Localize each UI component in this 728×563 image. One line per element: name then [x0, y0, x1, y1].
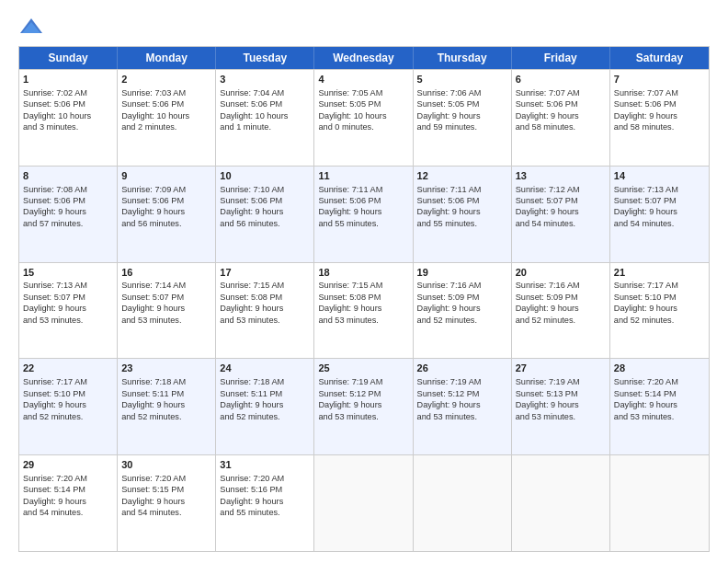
day-info-line: Daylight: 9 hours — [516, 110, 606, 121]
day-info-line: Sunset: 5:09 PM — [516, 292, 606, 303]
calendar-row: 8Sunrise: 7:08 AMSunset: 5:06 PMDaylight… — [19, 166, 709, 262]
day-info-line: Sunset: 5:14 PM — [614, 388, 705, 399]
calendar-day-header: Thursday — [414, 47, 512, 69]
logo-icon — [18, 17, 44, 37]
day-info-line: and 52 minutes. — [417, 315, 507, 326]
day-info-line: Daylight: 9 hours — [614, 399, 705, 410]
day-number: 23 — [121, 362, 211, 375]
calendar-cell: 5Sunrise: 7:06 AMSunset: 5:05 PMDaylight… — [414, 70, 512, 166]
day-info-line: Sunset: 5:06 PM — [220, 98, 310, 109]
day-info-line: Daylight: 9 hours — [417, 206, 507, 217]
day-info-line: Daylight: 9 hours — [417, 399, 507, 410]
day-number: 6 — [516, 73, 606, 86]
calendar-page: SundayMondayTuesdayWednesdayThursdayFrid… — [0, 0, 728, 563]
day-number: 3 — [220, 73, 310, 86]
day-info-line: Sunset: 5:07 PM — [516, 195, 606, 206]
day-info-line: Sunset: 5:15 PM — [121, 484, 211, 495]
day-info-line: Sunrise: 7:20 AM — [23, 473, 113, 484]
day-info-line: Daylight: 9 hours — [318, 206, 408, 217]
calendar-cell: 15Sunrise: 7:13 AMSunset: 5:07 PMDayligh… — [19, 263, 118, 359]
calendar-cell: 16Sunrise: 7:14 AMSunset: 5:07 PMDayligh… — [118, 263, 216, 359]
calendar-cell: 30Sunrise: 7:20 AMSunset: 5:15 PMDayligh… — [118, 455, 216, 551]
day-info-line: and 59 minutes. — [417, 121, 507, 132]
day-info-line: and 0 minutes. — [318, 121, 408, 132]
day-info-line: Sunrise: 7:11 AM — [318, 184, 408, 195]
day-info-line: and 52 minutes. — [121, 411, 211, 422]
calendar-cell — [314, 455, 413, 551]
calendar-row: 29Sunrise: 7:20 AMSunset: 5:14 PMDayligh… — [19, 454, 709, 551]
day-info-line: Sunrise: 7:20 AM — [220, 473, 310, 484]
day-info-line: Sunrise: 7:19 AM — [318, 376, 408, 387]
day-number: 13 — [516, 169, 606, 183]
day-info-line: Sunrise: 7:02 AM — [23, 87, 113, 98]
day-info-line: Sunrise: 7:07 AM — [614, 87, 705, 98]
day-info-line: Sunrise: 7:15 AM — [220, 280, 310, 291]
day-number: 17 — [220, 266, 310, 280]
day-info-line: Sunset: 5:06 PM — [23, 195, 113, 206]
day-info-line: Sunset: 5:11 PM — [220, 388, 310, 399]
day-info-line: and 54 minutes. — [614, 218, 705, 229]
calendar-cell: 27Sunrise: 7:19 AMSunset: 5:13 PMDayligh… — [512, 359, 610, 454]
day-info-line: Sunrise: 7:18 AM — [220, 376, 310, 387]
day-info-line: Daylight: 9 hours — [318, 303, 408, 314]
day-info-line: and 52 minutes. — [23, 411, 113, 422]
day-info-line: Sunrise: 7:03 AM — [121, 87, 211, 98]
day-info-line: Sunrise: 7:16 AM — [417, 280, 507, 291]
day-info-line: Sunset: 5:08 PM — [318, 292, 408, 303]
calendar-cell: 19Sunrise: 7:16 AMSunset: 5:09 PMDayligh… — [414, 263, 512, 359]
day-info-line: and 55 minutes. — [220, 507, 310, 518]
day-info-line: Daylight: 9 hours — [23, 206, 113, 217]
calendar-cell: 1Sunrise: 7:02 AMSunset: 5:06 PMDaylight… — [19, 70, 118, 166]
day-number: 26 — [417, 362, 507, 375]
day-info-line: Daylight: 9 hours — [516, 206, 606, 217]
calendar-cell: 31Sunrise: 7:20 AMSunset: 5:16 PMDayligh… — [216, 455, 314, 551]
day-info-line: Sunrise: 7:09 AM — [121, 184, 211, 195]
day-info-line: and 2 minutes. — [121, 121, 211, 132]
day-info-line: Daylight: 9 hours — [614, 303, 705, 314]
day-info-line: Sunset: 5:10 PM — [614, 292, 705, 303]
day-info-line: Sunrise: 7:04 AM — [220, 87, 310, 98]
calendar-cell: 3Sunrise: 7:04 AMSunset: 5:06 PMDaylight… — [216, 70, 314, 166]
day-info-line: Sunrise: 7:20 AM — [121, 473, 211, 484]
calendar-grid: SundayMondayTuesdayWednesdayThursdayFrid… — [18, 46, 710, 552]
day-info-line: and 52 minutes. — [220, 411, 310, 422]
day-number: 5 — [417, 73, 507, 86]
day-info-line: Sunrise: 7:16 AM — [516, 280, 606, 291]
day-info-line: Sunset: 5:10 PM — [23, 388, 113, 399]
day-info-line: Sunrise: 7:10 AM — [220, 184, 310, 195]
day-number: 8 — [23, 169, 113, 183]
day-info-line: Sunrise: 7:17 AM — [23, 376, 113, 387]
day-info-line: Sunrise: 7:18 AM — [121, 376, 211, 387]
day-info-line: and 57 minutes. — [23, 218, 113, 229]
day-info-line: Daylight: 9 hours — [220, 399, 310, 410]
day-info-line: Daylight: 9 hours — [23, 399, 113, 410]
day-info-line: and 53 minutes. — [318, 315, 408, 326]
calendar-day-header: Friday — [512, 47, 610, 69]
calendar-cell: 29Sunrise: 7:20 AMSunset: 5:14 PMDayligh… — [19, 455, 118, 551]
day-info-line: Sunset: 5:05 PM — [417, 98, 507, 109]
calendar-cell — [610, 455, 709, 551]
calendar-cell: 20Sunrise: 7:16 AMSunset: 5:09 PMDayligh… — [512, 263, 610, 359]
day-info-line: Sunset: 5:11 PM — [121, 388, 211, 399]
day-number: 29 — [23, 458, 113, 472]
day-info-line: Sunrise: 7:11 AM — [417, 184, 507, 195]
day-info-line: and 58 minutes. — [614, 121, 705, 132]
day-number: 11 — [318, 169, 408, 183]
logo — [18, 17, 48, 37]
day-info-line: Sunset: 5:06 PM — [220, 195, 310, 206]
calendar-cell: 9Sunrise: 7:09 AMSunset: 5:06 PMDaylight… — [118, 167, 216, 262]
day-info-line: Sunset: 5:07 PM — [121, 292, 211, 303]
day-info-line: Daylight: 10 hours — [220, 110, 310, 121]
day-number: 4 — [318, 73, 408, 86]
day-info-line: and 53 minutes. — [318, 411, 408, 422]
day-number: 9 — [121, 169, 211, 183]
calendar-cell: 11Sunrise: 7:11 AMSunset: 5:06 PMDayligh… — [314, 167, 413, 262]
day-info-line: Sunrise: 7:13 AM — [614, 184, 705, 195]
day-info-line: and 53 minutes. — [220, 315, 310, 326]
day-info-line: Daylight: 9 hours — [121, 303, 211, 314]
day-info-line: Sunset: 5:08 PM — [220, 292, 310, 303]
calendar-day-header: Sunday — [19, 47, 118, 69]
day-info-line: Daylight: 9 hours — [614, 206, 705, 217]
day-info-line: and 56 minutes. — [220, 218, 310, 229]
day-info-line: Daylight: 9 hours — [121, 206, 211, 217]
